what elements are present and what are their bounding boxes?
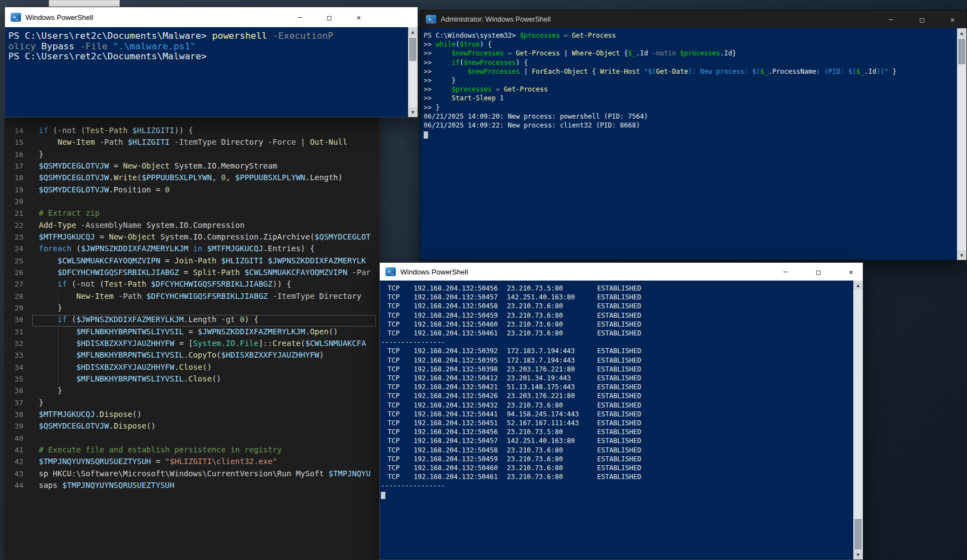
line-number: 33 <box>4 351 23 359</box>
text-token <box>39 327 76 336</box>
scroll-thumb[interactable] <box>854 519 862 549</box>
protocol: TCP <box>388 302 400 310</box>
text-token: ) (PID: $( <box>816 68 856 75</box>
text-token: Close <box>179 363 202 371</box>
text-token: ( <box>67 315 77 324</box>
line-number: 20 <box>4 197 23 206</box>
line-number: 14 <box>4 126 23 135</box>
connection-state: ESTABLISHED <box>597 437 641 445</box>
text-token: $true <box>460 40 480 48</box>
maximize-button[interactable]: □ <box>319 7 339 27</box>
titlebar[interactable]: >_ Windows PowerShell ─ □ ✕ <box>5 7 418 27</box>
text-token: . <box>174 363 179 371</box>
text-token: $HLIZGITI <box>133 126 175 135</box>
editor-code-area[interactable]: 14if (-not (Test-Path $HLIZGITI)) {15 Ne… <box>4 114 379 560</box>
line-number: 15 <box>4 138 23 146</box>
text-token: } <box>39 386 62 395</box>
console-output-area[interactable]: ▲ ▼ PS C:\Windows\system32> $processes =… <box>420 28 966 260</box>
editor-line: 39$QSMYDCEGLOTVJW.Dispose() <box>4 421 379 433</box>
text-token: . <box>109 173 113 182</box>
connection-state: ESTABLISHED <box>597 293 641 301</box>
scrollbar[interactable]: ▲ ▼ <box>957 28 966 260</box>
minimize-button[interactable]: ─ <box>290 7 310 27</box>
text-token: 1 <box>496 94 503 102</box>
text-token: = <box>492 85 504 93</box>
scroll-up-arrow[interactable]: ▲ <box>957 28 966 38</box>
editor-line: 36 } <box>4 386 379 398</box>
text-token: PS C:\Users\ret2c\Documents\Malware> <box>8 30 212 41</box>
protocol: TCP <box>388 473 400 481</box>
minimize-button[interactable]: ─ <box>881 11 901 28</box>
close-button[interactable]: ✕ <box>943 11 963 28</box>
text-token <box>39 339 76 348</box>
code-text: } <box>39 398 43 407</box>
local-address: 192.168.204.132:50398 <box>414 365 498 373</box>
editor-line: 25 $CWLSNMUAKCFAYOQMZVIPN = Join-Path $H… <box>4 256 379 268</box>
text-token: $QSMYDCEGLOTVJW <box>39 173 109 182</box>
console-line: >> $processes = Get-Process <box>424 85 548 93</box>
text-token: -ItemType <box>268 292 319 301</box>
console-output-area[interactable]: ▲ ▼ PS C:\Users\ret2c\Documents\Malware>… <box>5 27 418 117</box>
minimize-button[interactable]: ─ <box>776 263 796 281</box>
text-token: = <box>151 457 165 466</box>
close-button[interactable]: ✕ <box>349 7 369 27</box>
text-token: -gt <box>221 315 235 324</box>
code-text: foreach ($JWPNSZKDDIXFAZMERYLKJM in $MTF… <box>39 244 314 253</box>
scroll-thumb[interactable] <box>409 38 416 61</box>
scroll-down-arrow[interactable]: ▼ <box>853 550 863 559</box>
netstat-row: TCP192.168.204.132:5041223.201.34.19:443… <box>380 374 853 384</box>
netstat-row: TCP192.168.204.132:5046023.210.73.6:80ES… <box>380 464 853 474</box>
netstat-row: TCP192.168.204.132:5042623.203.176.221:8… <box>380 392 853 401</box>
scroll-down-arrow[interactable]: ▼ <box>957 251 966 260</box>
text-token: | <box>560 49 572 57</box>
text-token: $PPPUUBSXLPLYWN <box>141 173 211 182</box>
netstat-row: TCP192.168.204.132:5045923.210.73.6:80ES… <box>380 455 853 465</box>
text-token: -AssemblyName <box>76 221 146 230</box>
text-token: . <box>184 350 188 359</box>
titlebar[interactable]: >_ Windows PowerShell ─ □ ✕ <box>380 263 863 281</box>
line-number: 31 <box>4 328 23 336</box>
text-token: .Position = <box>109 185 165 194</box>
text-token: () <box>133 410 142 419</box>
text-token: Split-Path <box>193 268 240 277</box>
close-button[interactable]: ✕ <box>841 263 861 281</box>
protocol: TCP <box>388 329 400 337</box>
text-token: . <box>184 374 188 383</box>
console-line: 06/21/2025 14:09:22: New process: client… <box>424 121 640 129</box>
protocol: TCP <box>388 401 400 409</box>
editor-line: 21# Extract zip <box>4 208 379 220</box>
console-output-area[interactable]: ▲ ▼ TCP192.168.204.132:5045623.210.73.5:… <box>380 281 863 559</box>
line-number: 26 <box>4 268 23 277</box>
protocol: TCP <box>388 374 400 382</box>
line-number: 40 <box>4 434 23 442</box>
code-text: Add-Type -AssemblyName System.IO.Compres… <box>39 221 245 230</box>
scrollbar[interactable]: ▲ ▼ <box>853 281 863 559</box>
code-text: } <box>39 150 43 159</box>
powershell-window-small: >_ Windows PowerShell ─ □ ✕ ▲ ▼ PS C:\Us… <box>4 7 418 118</box>
text-token: Create <box>272 339 301 348</box>
scrollbar[interactable]: ▲ ▼ <box>408 27 418 117</box>
text-token: ]:: <box>258 339 272 348</box>
scroll-thumb[interactable] <box>958 39 965 64</box>
netstat-row: TCP192.168.204.132:5045823.210.73.6:80ES… <box>380 446 853 456</box>
text-token: Bypass <box>42 41 75 52</box>
text-token <box>39 292 76 301</box>
scroll-down-arrow[interactable]: ▼ <box>408 108 418 117</box>
editor-line: 24foreach ($JWPNSZKDDIXFAZMERYLKJM in $M… <box>4 244 379 256</box>
remote-address: 94.158.245.174:443 <box>507 410 579 418</box>
scroll-up-arrow[interactable]: ▲ <box>853 281 863 290</box>
titlebar[interactable]: >_ Administrator: Windows PowerShell ─ □… <box>420 11 966 28</box>
netstat-row: TCP192.168.204.132:5044194.158.245.174:4… <box>380 410 853 420</box>
scroll-up-arrow[interactable]: ▲ <box>408 27 418 37</box>
netstat-row: TCP192.168.204.132:5046023.210.73.6:80ES… <box>380 320 853 330</box>
text-token: ( <box>67 279 77 288</box>
text-token: "$( <box>644 68 656 75</box>
maximize-button[interactable]: □ <box>912 11 932 28</box>
text-token: { <box>588 68 600 75</box>
text-token: $MFLNBKHYBRPNTWSLIYVSIL <box>76 327 184 336</box>
text-token: ) { <box>480 40 492 48</box>
text-token: } <box>888 68 896 75</box>
powershell-icon: >_ <box>11 13 21 22</box>
maximize-button[interactable]: □ <box>808 263 828 281</box>
line-number: 39 <box>4 422 23 430</box>
